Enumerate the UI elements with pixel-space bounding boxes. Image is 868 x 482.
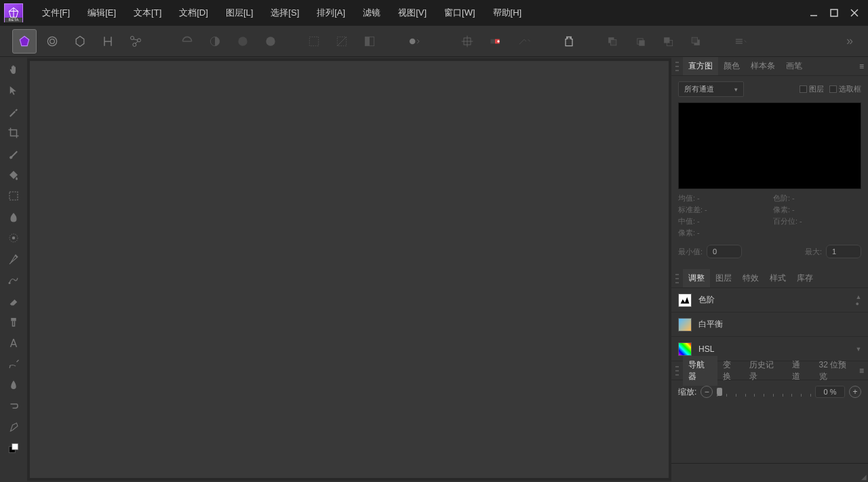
scroll-up-icon[interactable]: ▲●: [856, 294, 861, 307]
chk-selection[interactable]: 选取框: [829, 84, 861, 94]
panel-grip-icon[interactable]: [675, 62, 679, 71]
tab-swatches[interactable]: 样本条: [745, 57, 781, 75]
toolbar-overflow-icon[interactable]: »: [846, 34, 856, 48]
tab-brushes[interactable]: 画笔: [781, 57, 808, 75]
menu-layer[interactable]: 图层[L]: [217, 7, 262, 19]
adjust-levels[interactable]: 色阶 ▲●: [671, 288, 868, 313]
menu-file[interactable]: 文件[F]: [33, 7, 79, 19]
selection-brush-icon[interactable]: [5, 230, 22, 245]
max-input[interactable]: [826, 245, 861, 258]
auto-contrast-icon[interactable]: [203, 29, 227, 54]
move-tool-icon[interactable]: [5, 83, 22, 98]
menu-filter[interactable]: 滤镜: [354, 7, 389, 19]
move-front-icon[interactable]: [684, 29, 708, 54]
marquee-tool-icon[interactable]: [5, 188, 22, 203]
chk-layer[interactable]: 图层: [800, 84, 824, 94]
scroll-down-icon[interactable]: ▼: [856, 346, 861, 353]
force-pixel-icon[interactable]: [483, 29, 507, 54]
channel-dropdown[interactable]: 所有通道: [678, 81, 744, 97]
text-tool-icon[interactable]: [5, 336, 22, 350]
flood-select-icon[interactable]: [5, 209, 22, 224]
tab-effects[interactable]: 特效: [737, 269, 764, 287]
panel-menu-icon[interactable]: ≡: [859, 366, 864, 376]
fill-tool-icon[interactable]: [5, 167, 22, 182]
svg-point-12: [238, 37, 247, 45]
maximize-icon[interactable]: [829, 7, 840, 18]
stat-stddev: 标准差: -: [678, 205, 766, 215]
node-tool-icon[interactable]: [5, 273, 22, 287]
eraser-tool-icon[interactable]: [5, 294, 22, 308]
zoom-out-button[interactable]: −: [701, 386, 713, 398]
persona-export-icon[interactable]: [123, 29, 148, 54]
retouch-tool-icon[interactable]: [5, 357, 22, 371]
svg-rect-29: [639, 40, 644, 45]
svg-rect-37: [9, 192, 18, 200]
arrange-icon[interactable]: [727, 29, 754, 54]
svg-point-13: [266, 37, 275, 45]
svg-rect-14: [309, 37, 318, 45]
svg-point-4: [47, 37, 56, 45]
stat-pixels: 像素: -: [773, 205, 861, 215]
minimize-icon[interactable]: [808, 7, 819, 18]
close-icon[interactable]: [849, 7, 860, 18]
menu-arrange[interactable]: 排列[A]: [308, 7, 354, 19]
brush-tool-icon[interactable]: [5, 146, 22, 161]
select-all-icon[interactable]: [302, 29, 326, 54]
blur-tool-icon[interactable]: [5, 378, 22, 393]
zoom-in-button[interactable]: +: [849, 386, 861, 398]
smudge-tool-icon[interactable]: [5, 399, 22, 414]
auto-levels-icon[interactable]: [175, 29, 199, 54]
adjust-white-balance[interactable]: 白平衡: [671, 313, 868, 337]
svg-rect-41: [11, 318, 16, 321]
persona-tone-icon[interactable]: [96, 29, 120, 54]
snapping-icon[interactable]: [455, 29, 479, 54]
tab-stock[interactable]: 库存: [791, 269, 818, 287]
auto-white-icon[interactable]: [258, 29, 283, 54]
canvas[interactable]: [27, 58, 671, 481]
min-input[interactable]: [707, 245, 742, 258]
tab-layers[interactable]: 图层: [710, 269, 737, 287]
tab-styles[interactable]: 样式: [764, 269, 791, 287]
panel-grip-icon[interactable]: [675, 274, 679, 283]
panel-grip-icon[interactable]: [675, 366, 679, 376]
stock-icon[interactable]: [557, 29, 581, 54]
persona-liquify-icon[interactable]: [40, 29, 64, 54]
menu-document[interactable]: 文档[D]: [170, 7, 217, 19]
menu-select[interactable]: 选择[S]: [262, 7, 308, 19]
menu-help[interactable]: 帮助[H]: [484, 7, 531, 19]
zoom-slider[interactable]: [717, 386, 811, 397]
app-logo: [4, 3, 23, 22]
crop-tool-icon[interactable]: [5, 125, 22, 140]
menu-view[interactable]: 视图[V]: [389, 7, 435, 19]
svg-point-8: [133, 43, 136, 46]
svg-line-10: [135, 41, 138, 43]
zoom-value[interactable]: 0 %: [815, 386, 845, 398]
color-picker-icon[interactable]: [5, 104, 22, 119]
persona-photo-icon[interactable]: [12, 29, 37, 54]
tab-color[interactable]: 颜色: [718, 57, 745, 75]
move-back-icon[interactable]: [600, 29, 625, 54]
menu-edit[interactable]: 编辑[E]: [79, 7, 125, 19]
panel-menu-icon[interactable]: ≡: [859, 62, 864, 71]
tab-histogram[interactable]: 直方图: [683, 57, 718, 75]
stat-color-level: 色阶: -: [773, 193, 861, 203]
tab-adjust[interactable]: 调整: [683, 269, 710, 287]
deselect-icon[interactable]: [330, 29, 354, 54]
invert-selection-icon[interactable]: [357, 29, 382, 54]
quick-mask-icon[interactable]: [401, 29, 428, 54]
back-one-icon[interactable]: [628, 29, 652, 54]
sponge-tool-icon[interactable]: [5, 420, 22, 435]
forward-one-icon[interactable]: [656, 29, 680, 54]
swatch-icon[interactable]: [5, 441, 22, 456]
menu-window[interactable]: 窗口[W]: [435, 7, 484, 19]
auto-colors-icon[interactable]: [231, 29, 255, 54]
persona-develop-icon[interactable]: [68, 29, 92, 54]
clone-tool-icon[interactable]: [5, 315, 22, 329]
pan-tool-icon[interactable]: [5, 62, 22, 77]
levels-icon: [678, 294, 692, 307]
pen-tool-icon[interactable]: [5, 252, 22, 266]
assistant-icon[interactable]: [511, 29, 538, 54]
resize-grip-icon[interactable]: ◢: [861, 473, 867, 481]
menu-text[interactable]: 文本[T]: [125, 7, 170, 19]
stat-pixels2: 像素: -: [678, 228, 766, 238]
